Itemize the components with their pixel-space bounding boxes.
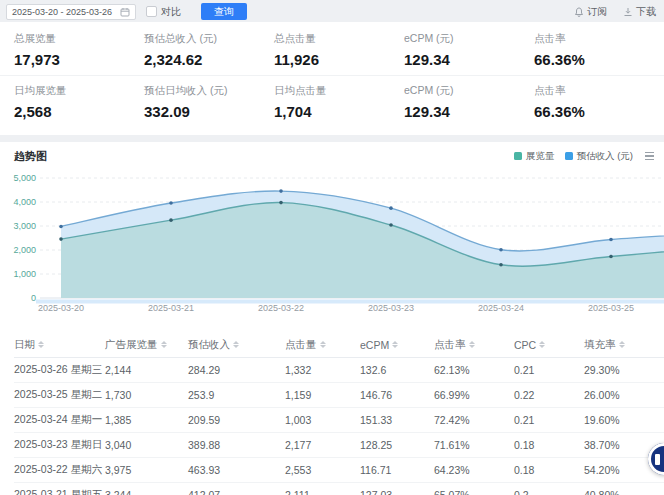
table-cell: 19.60% [584,414,664,426]
stats-row-1: 总展览量17,973预估总收入 (元)2,324.62总点击量11,926eCP… [0,28,664,76]
legend-swatch [565,152,573,160]
table-cell: 2,111 [285,489,360,495]
stats-row-2: 日均展览量2,568预估日均收入 (元)332.09日均点击量1,704eCPM… [0,76,664,127]
column-header-填充率[interactable]: 填充率 [584,338,664,352]
stat-cell: 点击率66.36% [534,32,664,68]
legend-label: 预估收入 (元) [577,150,633,163]
table-cell: 0.18 [514,464,584,476]
stat-label: eCPM (元) [404,32,534,46]
column-header-label: 点击量 [285,338,317,352]
table-cell: 0.22 [514,389,584,401]
table-cell: 2,177 [285,439,360,451]
legend-item-2[interactable]: 预估收入 (元) [565,150,633,163]
table-row: 2025-03-24 星期一1,385209.591,003151.3372.4… [14,408,664,433]
toolbar: 2025-03-20 - 2025-03-26 对比 查询 订阅 下载 [0,0,664,21]
x-axis-tick: 2025-03-20 [26,303,96,313]
column-header-label: 日期 [14,338,35,352]
x-axis-tick: 2025-03-22 [246,303,316,313]
sort-icon[interactable] [619,341,625,348]
table-row: 2025-03-25 星期二1,730253.91,159146.7666.99… [14,383,664,408]
query-button[interactable]: 查询 [201,3,247,20]
stat-label: 总点击量 [274,32,404,46]
stat-cell: 预估日均收入 (元)332.09 [144,84,274,120]
chart-menu-icon[interactable] [645,152,654,161]
chart-legend: 展览量预估收入 (元) [514,150,633,163]
table-cell: 0.2 [514,489,584,495]
sort-icon[interactable] [161,341,167,348]
table-cell: 1,385 [105,414,188,426]
column-header-eCPM[interactable]: eCPM [360,339,434,351]
column-header-label: 广告展览量 [105,338,158,352]
trend-area-chart[interactable]: 5,0004,0003,0002,0001,00002025-03-202025… [0,170,664,320]
stat-cell: 总点击量11,926 [274,32,404,68]
column-header-日期[interactable]: 日期 [14,338,105,352]
table-cell: 128.25 [360,439,434,451]
trend-card: 趋势图 展览量预估收入 (元) 5,0004,0003,0002,0001,00… [0,142,664,495]
table-cell: 463.93 [188,464,285,476]
subscribe-label: 订阅 [587,5,607,19]
table-cell: 3,040 [105,439,188,451]
column-header-点击量[interactable]: 点击量 [285,338,360,352]
column-header-预估收入[interactable]: 预估收入 [188,338,285,352]
chart-title: 趋势图 [14,149,47,164]
table-cell: 412.07 [188,489,285,495]
table-cell: 2,144 [105,364,188,376]
sort-icon[interactable] [469,341,475,348]
stat-label: 日均点击量 [274,84,404,98]
table-cell: 116.71 [360,464,434,476]
compare-checkbox[interactable] [146,6,157,17]
table-cell: 2025-03-26 星期三 [14,363,105,377]
table-cell: 3,244 [105,489,188,495]
stat-value: 2,568 [14,103,144,120]
sort-icon[interactable] [392,341,398,348]
y-axis-tick: 5,000 [4,173,36,183]
stat-cell: 预估总收入 (元)2,324.62 [144,32,274,68]
stat-cell: eCPM (元)129.34 [404,32,534,68]
table-cell: 1,003 [285,414,360,426]
sort-icon[interactable] [38,341,44,348]
subscribe-button[interactable]: 订阅 [574,5,607,19]
table-cell: 132.6 [360,364,434,376]
date-range-input[interactable]: 2025-03-20 - 2025-03-26 [6,4,136,20]
stat-label: 总展览量 [14,32,144,46]
stat-label: eCPM (元) [404,84,534,98]
table-cell: 40.80% [584,489,664,495]
column-header-label: 预估收入 [188,338,230,352]
download-button[interactable]: 下载 [623,5,656,19]
table-cell: 1,730 [105,389,188,401]
table-cell: 284.29 [188,364,285,376]
stat-value: 66.36% [534,103,664,120]
stat-value: 129.34 [404,51,534,68]
stat-value: 1,704 [274,103,404,120]
table-row: 2025-03-22 星期六3,975463.932,553116.7164.2… [14,458,664,483]
column-header-CPC[interactable]: CPC [514,339,584,351]
x-axis-tick: 2025-03-23 [356,303,426,313]
stat-label: 日均展览量 [14,84,144,98]
y-axis-tick: 3,000 [4,221,36,231]
column-header-点击率[interactable]: 点击率 [434,338,514,352]
table-cell: 209.59 [188,414,285,426]
sort-icon[interactable] [320,341,326,348]
table-cell: 127.03 [360,489,434,495]
table-cell: 1,159 [285,389,360,401]
table-cell: 2,553 [285,464,360,476]
table-cell: 71.61% [434,439,514,451]
legend-item-1[interactable]: 展览量 [514,150,555,163]
table-cell: 2025-03-25 星期二 [14,388,105,402]
stat-cell: eCPM (元)129.34 [404,84,534,120]
column-header-广告展览量[interactable]: 广告展览量 [105,338,188,352]
stat-value: 129.34 [404,103,534,120]
table-cell: 26.00% [584,389,664,401]
legend-label: 展览量 [526,150,555,163]
download-icon [623,7,633,17]
table-cell: 3,975 [105,464,188,476]
table-cell: 1,332 [285,364,360,376]
x-axis-tick: 2025-03-24 [466,303,536,313]
stat-label: 预估日均收入 (元) [144,84,274,98]
stat-value: 11,926 [274,51,404,68]
table-cell: 151.33 [360,414,434,426]
stat-cell: 日均点击量1,704 [274,84,404,120]
sort-icon[interactable] [539,341,545,348]
y-axis-tick: 2,000 [4,245,36,255]
sort-icon[interactable] [233,341,239,348]
